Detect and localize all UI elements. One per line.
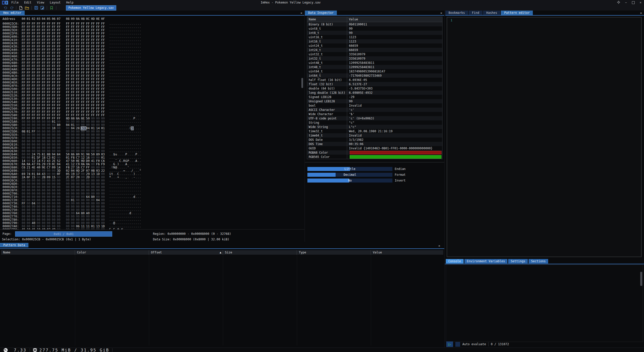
inspector-row[interactable]: Wide StringL"c" [307,125,442,129]
color-swatch [350,155,441,159]
console-tabbar: ConsoleEnvironment VariablesSettingsSect… [446,259,549,263]
column-header-value[interactable]: Value [347,17,442,22]
endian-slider[interactable]: Little [307,167,392,171]
inspector-row[interactable]: boolInvalid [307,103,442,108]
inspector-row[interactable]: long double (128 bit)6.69805E-4932 [307,91,442,95]
inspector-row[interactable]: uint24_t66659 [307,43,442,48]
inspector-row[interactable]: uint16_t1123 [307,35,442,39]
evaluation-progress: 0 / 131072 [491,342,509,346]
console-scrollbar-thumb[interactable] [640,272,642,286]
inspector-row[interactable]: uint64_t18374980053906818147 [307,69,442,73]
new-file-icon[interactable] [18,6,24,10]
inspector-row[interactable]: int16_t1123 [307,39,442,43]
data-inspector-header: Name Value [307,17,442,22]
close-icon[interactable]: × [438,244,440,248]
console-output[interactable] [446,265,643,342]
maximize-icon[interactable] [632,1,635,4]
inspector-row[interactable]: time64_tInvalid [307,133,442,138]
menu-file[interactable]: File [9,1,21,4]
tab-pattern-data[interactable]: Pattern Data [0,243,28,247]
menu-view[interactable]: View [34,1,47,4]
tab-pattern-editor[interactable]: Pattern editor [501,11,533,15]
save-icon[interactable] [33,6,39,10]
inspector-row[interactable]: RGBA8 Color [307,150,442,155]
format-slider[interactable]: Decimal [307,173,392,177]
tab-environment-variables[interactable]: Environment Variables [464,259,508,263]
inspector-row[interactable]: String"c" [307,120,442,125]
pattern-column-value[interactable]: Value [371,250,443,255]
hex-scrollbar-thumb[interactable] [301,78,303,88]
format-label: Format [395,173,406,177]
minimize-icon[interactable]: − [625,1,627,4]
inspector-row[interactable]: DOS Time00:35:06 [307,142,442,146]
undo-icon[interactable] [3,6,9,10]
inspector-row[interactable]: half float (16 bit)6.6936E-05 [307,78,442,82]
file-tab[interactable]: Pokemon Yellow Legacy.sav [66,5,116,11]
inspector-row[interactable]: GUIDInvalid {14010463-0B01-FF01-0000-000… [307,146,442,150]
data-inspector-tabbar: Data Inspector × [305,11,444,15]
tab-sections[interactable]: Sections [529,259,548,263]
menu-edit[interactable]: Edit [21,1,34,4]
inspector-row[interactable]: uint8_t99 [307,26,442,31]
inspector-row[interactable]: int64_t-71764019802733469 [307,73,442,78]
sort-ascending-icon: ▲ [220,251,221,254]
bookmark-icon[interactable] [49,6,55,10]
inspector-row[interactable]: time32_tWed, 20.08.1980 21:16:19 [307,129,442,133]
inspector-row[interactable]: Signed LEB128-29 [307,95,442,99]
tab-console[interactable]: Console [446,259,464,263]
column-header-name[interactable]: Name [307,18,347,21]
inspector-row[interactable]: ASCII Character'c' [307,108,442,112]
memory-icon [33,348,37,352]
inspector-row[interactable]: Unsigned LEB12899 [307,99,442,103]
pattern-column-type[interactable]: Type [297,250,371,255]
inspector-row[interactable]: uint32_t335610979 [307,52,442,56]
pattern-column-color[interactable]: Color [75,250,149,255]
invert-slider[interactable]: No [307,179,392,183]
inspector-row[interactable]: uint48_t12099258483811 [307,61,442,65]
run-pattern-button[interactable]: ▷ [446,341,453,347]
inspector-row[interactable]: int8_t99 [307,31,442,35]
data-inspector-controls: LittleEndianDecimalFormatNoInvert [307,167,443,184]
inspector-row[interactable]: int32_t335610979 [307,56,442,61]
close-icon[interactable]: × [640,1,641,4]
imhex-logo-icon [2,1,9,5]
inspector-row[interactable]: UTF-8 code point'c' (U+0x0063) [307,116,442,120]
save-as-icon[interactable] [39,6,45,10]
tab-settings[interactable]: Settings [508,259,528,263]
page-slider[interactable]: 0x01 / 0x01 [15,231,112,237]
page-label: Page: [3,232,12,236]
close-icon[interactable]: × [440,11,442,15]
tab-hashes[interactable]: Hashes [483,11,500,15]
titlebar: FileEditViewLayoutHelp ImHex - Pokemon Y… [0,0,644,5]
toolbar: Pokemon Yellow Legacy.sav [0,5,644,11]
data-size-text: Data Size: 0x00008000 (0x8000 | 32.00 ki… [153,238,229,241]
pattern-column-offset[interactable]: Offset▲ [149,250,223,255]
inspector-row[interactable]: RGB565 Color [307,155,442,159]
tab-find[interactable]: Find [469,11,482,15]
pattern-data-columns: NameColorOffset▲SizeTypeValue [1,250,443,255]
tab-bookmarks[interactable]: Bookmarks [445,11,468,15]
pattern-column-size[interactable]: Size [223,250,297,255]
inspector-row[interactable]: Binary (8 bit)0b01100011 [307,22,442,26]
window-title: ImHex - Pokemon Yellow Legacy.sav [261,1,320,4]
auto-evaluate-checkbox[interactable] [455,342,460,347]
inspector-row[interactable]: DOS Date3/3/1982 [307,138,442,142]
close-icon[interactable]: × [640,11,642,15]
inspector-row[interactable]: double (64 bit)-5.84375E+303 [307,86,442,91]
gear-icon[interactable] [617,1,620,5]
tab-data-inspector[interactable]: Data Inspector [305,11,337,15]
inspector-row[interactable]: int48_t12099258483811 [307,65,442,69]
tab-hex-editor[interactable]: Hex editor [0,11,25,15]
menu-bar: FileEditViewLayoutHelp [9,1,76,4]
menu-layout[interactable]: Layout [47,1,63,4]
menu-help[interactable]: Help [63,1,76,4]
pattern-column-name[interactable]: Name [1,250,75,255]
inspector-row[interactable]: int24_t66659 [307,48,442,52]
inspector-row[interactable]: Wide Character'ѣ' [307,112,442,116]
close-icon[interactable]: × [300,11,302,15]
pattern-editor-code-area[interactable]: 1 [447,17,641,257]
redo-icon[interactable] [9,6,15,10]
open-file-icon[interactable] [24,6,30,10]
pattern-editor-pane: BookmarksFindHashesPattern editor × 1 Co… [445,11,644,347]
inspector-row[interactable]: float (32 bit)6.5137E-27 [307,82,442,86]
